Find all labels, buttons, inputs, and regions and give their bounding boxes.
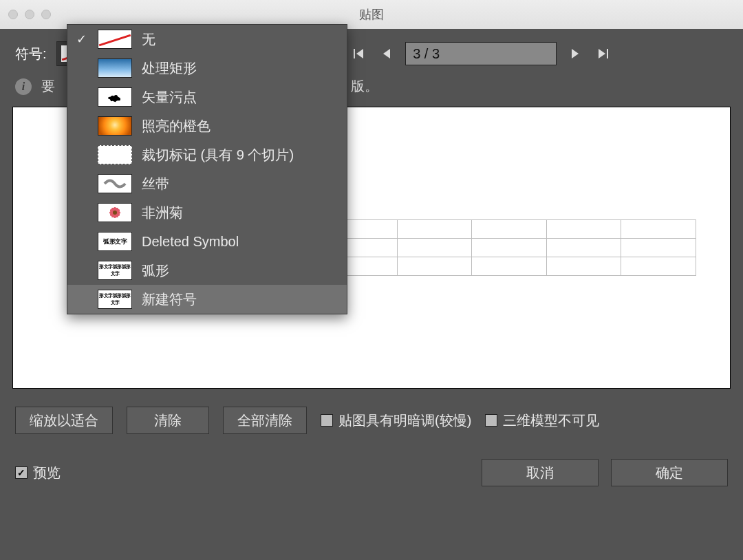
symbol-option-label: 新建符号 [142, 290, 197, 309]
orange-swatch-icon [98, 116, 132, 136]
cancel-button[interactable]: 取消 [482, 459, 599, 486]
svg-marker-3 [572, 49, 579, 58]
ok-button[interactable]: 确定 [611, 459, 728, 486]
symbol-option-label: Deleted Symbol [142, 234, 239, 250]
clear-button[interactable]: 清除 [127, 407, 209, 434]
symbol-option[interactable]: 弧形文字Deleted Symbol [67, 227, 347, 256]
info-text-suffix: 版。 [351, 77, 378, 96]
symbol-option-label: 弧形 [142, 261, 169, 280]
symbol-option[interactable]: 形文字弧形弧形文字弧形 [67, 256, 347, 285]
prev-surface-button[interactable] [378, 45, 396, 63]
window-title: 贴图 [0, 6, 743, 23]
surface-index-field[interactable]: 3 / 3 [405, 42, 557, 65]
minimize-window-icon[interactable] [25, 10, 34, 19]
svg-marker-2 [383, 49, 390, 58]
window-controls [8, 10, 51, 19]
none-swatch-icon [98, 30, 132, 49]
next-surface-button[interactable] [566, 45, 584, 63]
bottom-controls: 缩放以适合 清除 全部清除 贴图具有明暗调(较慢) 三维模型不可见 [0, 389, 743, 440]
preview-checkbox[interactable]: 预览 [15, 464, 61, 482]
symbol-option-label: 丝带 [142, 175, 169, 193]
clear-all-button[interactable]: 全部清除 [223, 407, 307, 434]
svg-marker-4 [599, 49, 605, 58]
svg-rect-5 [607, 49, 608, 58]
svg-marker-1 [356, 49, 363, 58]
preview-checkbox-label: 预览 [33, 464, 61, 482]
ribbon-swatch-icon [98, 174, 132, 193]
info-text-prefix: 要 [41, 77, 55, 96]
checkmark-icon: ✓ [74, 32, 88, 47]
flower-swatch-icon [98, 203, 132, 222]
surface-index-value: 3 / 3 [413, 46, 440, 62]
symbol-option-label: 非洲菊 [142, 204, 183, 222]
symbol-option[interactable]: 丝带 [67, 169, 347, 198]
footer: 预览 取消 确定 [0, 440, 743, 486]
first-surface-button[interactable] [350, 45, 368, 63]
svg-point-18 [113, 211, 117, 215]
symbol-label: 符号: [15, 45, 47, 63]
symbol-option-label: 处理矩形 [142, 59, 197, 78]
symbol-option-label: 裁切标记 (具有 9 个切片) [142, 146, 294, 164]
shading-checkbox[interactable]: 贴图具有明暗调(较慢) [321, 411, 471, 430]
shading-checkbox-label: 贴图具有明暗调(较慢) [338, 411, 471, 430]
text-swatch-icon: 形文字弧形弧形文字 [98, 261, 132, 280]
checkbox-icon [485, 414, 497, 427]
symbol-option-label: 照亮的橙色 [142, 117, 211, 136]
invisible-3d-checkbox-label: 三维模型不可见 [503, 411, 599, 430]
splat-swatch-icon [98, 87, 132, 107]
scale-to-fit-button[interactable]: 缩放以适合 [15, 407, 113, 434]
symbol-option-label: 矢量污点 [142, 88, 197, 107]
invisible-3d-checkbox[interactable]: 三维模型不可见 [485, 411, 599, 430]
crop-marks-swatch-icon [98, 145, 132, 164]
symbol-dropdown-list: ✓无处理矩形矢量污点照亮的橙色裁切标记 (具有 9 个切片)丝带非洲菊弧形文字D… [67, 24, 347, 314]
checkbox-checked-icon [15, 466, 28, 479]
symbol-option[interactable]: 处理矩形 [67, 54, 347, 83]
text-swatch-icon: 形文字弧形弧形文字 [98, 290, 132, 309]
info-icon: i [15, 78, 32, 95]
svg-rect-0 [354, 49, 355, 58]
symbol-option[interactable]: 照亮的橙色 [67, 111, 347, 140]
symbol-option[interactable]: ✓无 [67, 25, 347, 54]
symbol-option[interactable]: 矢量污点 [67, 83, 347, 111]
canvas-area: ✓无处理矩形矢量污点照亮的橙色裁切标记 (具有 9 个切片)丝带非洲菊弧形文字D… [12, 107, 731, 389]
symbol-option[interactable]: 非洲菊 [67, 198, 347, 227]
zoom-window-icon[interactable] [41, 10, 51, 19]
symbol-option[interactable]: 裁切标记 (具有 9 个切片) [67, 140, 347, 169]
symbol-option-label: 无 [142, 30, 155, 49]
symbol-option[interactable]: 形文字弧形弧形文字新建符号 [67, 285, 347, 314]
last-surface-button[interactable] [594, 45, 612, 63]
text-swatch-icon: 弧形文字 [98, 232, 132, 251]
checkbox-icon [321, 414, 333, 427]
gradient-swatch-icon [98, 58, 132, 78]
close-window-icon[interactable] [8, 10, 18, 19]
